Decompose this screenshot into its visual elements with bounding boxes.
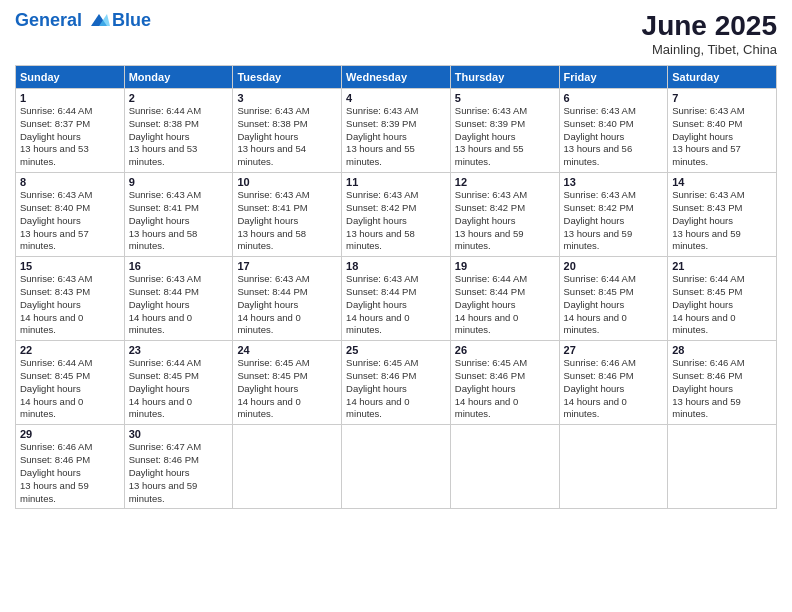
- sunset-label: Sunset: 8:45 PM: [129, 370, 199, 381]
- daylight-label: Daylight hours: [20, 299, 81, 310]
- daylight-duration: 13 hours and 59 minutes.: [672, 228, 741, 252]
- table-row: 27 Sunrise: 6:46 AM Sunset: 8:46 PM Dayl…: [559, 341, 668, 425]
- sunrise-label: Sunrise: 6:43 AM: [455, 105, 527, 116]
- daylight-duration: 14 hours and 0 minutes.: [564, 396, 627, 420]
- day-info: Sunrise: 6:45 AM Sunset: 8:45 PM Dayligh…: [237, 357, 337, 421]
- table-row: 12 Sunrise: 6:43 AM Sunset: 8:42 PM Dayl…: [450, 173, 559, 257]
- sunrise-label: Sunrise: 6:43 AM: [346, 189, 418, 200]
- day-info: Sunrise: 6:43 AM Sunset: 8:40 PM Dayligh…: [20, 189, 120, 253]
- sunset-label: Sunset: 8:40 PM: [564, 118, 634, 129]
- sunset-label: Sunset: 8:46 PM: [564, 370, 634, 381]
- calendar-week-row: 29 Sunrise: 6:46 AM Sunset: 8:46 PM Dayl…: [16, 425, 777, 509]
- day-info: Sunrise: 6:43 AM Sunset: 8:42 PM Dayligh…: [455, 189, 555, 253]
- day-number: 27: [564, 344, 664, 356]
- day-info: Sunrise: 6:44 AM Sunset: 8:37 PM Dayligh…: [20, 105, 120, 169]
- header-friday: Friday: [559, 66, 668, 89]
- sunrise-label: Sunrise: 6:43 AM: [564, 189, 636, 200]
- daylight-duration: 13 hours and 57 minutes.: [672, 143, 741, 167]
- sunset-label: Sunset: 8:46 PM: [346, 370, 416, 381]
- daylight-label: Daylight hours: [237, 383, 298, 394]
- daylight-duration: 14 hours and 0 minutes.: [346, 396, 409, 420]
- table-row: 29 Sunrise: 6:46 AM Sunset: 8:46 PM Dayl…: [16, 425, 125, 509]
- daylight-label: Daylight hours: [20, 131, 81, 142]
- daylight-label: Daylight hours: [129, 383, 190, 394]
- daylight-duration: 13 hours and 58 minutes.: [237, 228, 306, 252]
- day-number: 2: [129, 92, 229, 104]
- day-number: 26: [455, 344, 555, 356]
- day-info: Sunrise: 6:46 AM Sunset: 8:46 PM Dayligh…: [20, 441, 120, 505]
- table-row: 17 Sunrise: 6:43 AM Sunset: 8:44 PM Dayl…: [233, 257, 342, 341]
- sunset-label: Sunset: 8:45 PM: [237, 370, 307, 381]
- table-row: 15 Sunrise: 6:43 AM Sunset: 8:43 PM Dayl…: [16, 257, 125, 341]
- sunset-label: Sunset: 8:46 PM: [129, 454, 199, 465]
- table-row: 2 Sunrise: 6:44 AM Sunset: 8:38 PM Dayli…: [124, 89, 233, 173]
- sunrise-label: Sunrise: 6:43 AM: [237, 273, 309, 284]
- logo-icon: [88, 12, 110, 30]
- day-info: Sunrise: 6:43 AM Sunset: 8:43 PM Dayligh…: [672, 189, 772, 253]
- logo-text: General: [15, 10, 110, 32]
- table-row: 20 Sunrise: 6:44 AM Sunset: 8:45 PM Dayl…: [559, 257, 668, 341]
- sunrise-label: Sunrise: 6:44 AM: [129, 357, 201, 368]
- daylight-label: Daylight hours: [129, 299, 190, 310]
- header-sunday: Sunday: [16, 66, 125, 89]
- table-row: 1 Sunrise: 6:44 AM Sunset: 8:37 PM Dayli…: [16, 89, 125, 173]
- day-info: Sunrise: 6:43 AM Sunset: 8:40 PM Dayligh…: [564, 105, 664, 169]
- day-info: Sunrise: 6:44 AM Sunset: 8:38 PM Dayligh…: [129, 105, 229, 169]
- sunset-label: Sunset: 8:43 PM: [672, 202, 742, 213]
- sunset-label: Sunset: 8:45 PM: [20, 370, 90, 381]
- day-number: 6: [564, 92, 664, 104]
- daylight-duration: 14 hours and 0 minutes.: [564, 312, 627, 336]
- sunrise-label: Sunrise: 6:44 AM: [20, 105, 92, 116]
- day-number: 23: [129, 344, 229, 356]
- daylight-label: Daylight hours: [455, 131, 516, 142]
- daylight-label: Daylight hours: [564, 215, 625, 226]
- table-row: 14 Sunrise: 6:43 AM Sunset: 8:43 PM Dayl…: [668, 173, 777, 257]
- location-subtitle: Mainling, Tibet, China: [642, 42, 777, 57]
- daylight-label: Daylight hours: [346, 383, 407, 394]
- day-info: Sunrise: 6:43 AM Sunset: 8:42 PM Dayligh…: [564, 189, 664, 253]
- table-row: 22 Sunrise: 6:44 AM Sunset: 8:45 PM Dayl…: [16, 341, 125, 425]
- day-info: Sunrise: 6:43 AM Sunset: 8:42 PM Dayligh…: [346, 189, 446, 253]
- day-number: 28: [672, 344, 772, 356]
- day-number: 25: [346, 344, 446, 356]
- calendar-week-row: 8 Sunrise: 6:43 AM Sunset: 8:40 PM Dayli…: [16, 173, 777, 257]
- day-number: 12: [455, 176, 555, 188]
- month-title: June 2025: [642, 10, 777, 42]
- day-number: 10: [237, 176, 337, 188]
- sunset-label: Sunset: 8:46 PM: [672, 370, 742, 381]
- day-info: Sunrise: 6:44 AM Sunset: 8:45 PM Dayligh…: [564, 273, 664, 337]
- sunrise-label: Sunrise: 6:43 AM: [346, 105, 418, 116]
- day-info: Sunrise: 6:43 AM Sunset: 8:41 PM Dayligh…: [237, 189, 337, 253]
- sunrise-label: Sunrise: 6:43 AM: [346, 273, 418, 284]
- daylight-duration: 13 hours and 59 minutes.: [455, 228, 524, 252]
- table-row: 9 Sunrise: 6:43 AM Sunset: 8:41 PM Dayli…: [124, 173, 233, 257]
- sunrise-label: Sunrise: 6:44 AM: [20, 357, 92, 368]
- day-info: Sunrise: 6:43 AM Sunset: 8:44 PM Dayligh…: [129, 273, 229, 337]
- table-row: 11 Sunrise: 6:43 AM Sunset: 8:42 PM Dayl…: [342, 173, 451, 257]
- daylight-duration: 14 hours and 0 minutes.: [20, 312, 83, 336]
- daylight-label: Daylight hours: [346, 215, 407, 226]
- calendar-week-row: 22 Sunrise: 6:44 AM Sunset: 8:45 PM Dayl…: [16, 341, 777, 425]
- day-number: 18: [346, 260, 446, 272]
- day-number: 22: [20, 344, 120, 356]
- table-row: [559, 425, 668, 509]
- sunset-label: Sunset: 8:38 PM: [129, 118, 199, 129]
- day-number: 20: [564, 260, 664, 272]
- daylight-label: Daylight hours: [672, 299, 733, 310]
- header-saturday: Saturday: [668, 66, 777, 89]
- sunset-label: Sunset: 8:44 PM: [129, 286, 199, 297]
- day-number: 7: [672, 92, 772, 104]
- day-info: Sunrise: 6:43 AM Sunset: 8:41 PM Dayligh…: [129, 189, 229, 253]
- day-info: Sunrise: 6:43 AM Sunset: 8:44 PM Dayligh…: [237, 273, 337, 337]
- header-tuesday: Tuesday: [233, 66, 342, 89]
- day-info: Sunrise: 6:45 AM Sunset: 8:46 PM Dayligh…: [455, 357, 555, 421]
- daylight-duration: 13 hours and 58 minutes.: [346, 228, 415, 252]
- daylight-label: Daylight hours: [672, 131, 733, 142]
- sunrise-label: Sunrise: 6:43 AM: [129, 273, 201, 284]
- daylight-duration: 13 hours and 53 minutes.: [20, 143, 89, 167]
- daylight-label: Daylight hours: [20, 383, 81, 394]
- day-number: 21: [672, 260, 772, 272]
- day-info: Sunrise: 6:44 AM Sunset: 8:45 PM Dayligh…: [129, 357, 229, 421]
- sunrise-label: Sunrise: 6:45 AM: [346, 357, 418, 368]
- sunrise-label: Sunrise: 6:45 AM: [237, 357, 309, 368]
